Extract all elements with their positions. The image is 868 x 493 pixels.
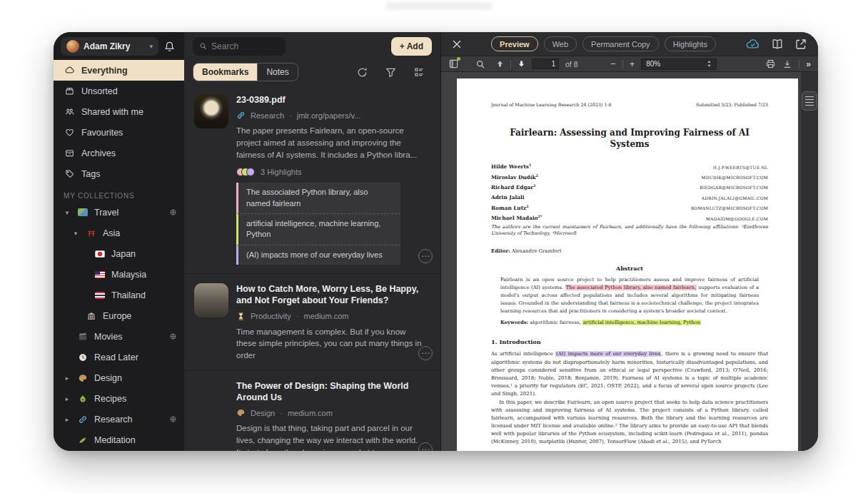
- zoom-in-icon[interactable]: +: [630, 59, 635, 68]
- editor-line: Editor: Alexandre Gramfort: [491, 248, 768, 254]
- account-menu[interactable]: Adam Zikry ▾: [61, 37, 158, 56]
- sync-check-icon[interactable]: [356, 66, 368, 78]
- archive-icon: [64, 148, 76, 158]
- sidebar-item-unsorted[interactable]: Unsorted: [54, 81, 184, 101]
- more-options-button[interactable]: [418, 346, 433, 360]
- sidebar-item-shared-with-me[interactable]: Shared with me: [54, 101, 184, 122]
- collection-europe[interactable]: Europe: [54, 305, 184, 326]
- page-number-input[interactable]: [532, 59, 559, 69]
- bookmark-domain[interactable]: jmlr.org/papers/v...: [297, 111, 361, 120]
- sidebar-item-label: Tags: [81, 169, 100, 179]
- page-total-label: of 8: [565, 60, 578, 68]
- web-tab[interactable]: Web: [544, 36, 577, 51]
- disclosure-triangle[interactable]: ▸: [64, 416, 71, 423]
- highlights-tab[interactable]: Highlights: [665, 36, 716, 51]
- pdf-viewer[interactable]: Journal of Machine Learning Research 24 …: [441, 72, 818, 451]
- sidebar-item-everything[interactable]: Everything: [54, 60, 184, 81]
- highlight-quote[interactable]: The associated Python library, also name…: [236, 183, 400, 213]
- sidebar-item-tags[interactable]: Tags: [54, 163, 184, 184]
- bookmark-card[interactable]: 23-0389.pdf Research jmlr.org/papers/v..…: [184, 85, 440, 274]
- paper-title: Fairlearn: Assessing and Improving Fairn…: [491, 128, 768, 150]
- zoom-select[interactable]: 80%: [641, 59, 717, 70]
- filter-funnel-icon[interactable]: [385, 66, 397, 78]
- toolbar-overflow-icon[interactable]: »: [806, 59, 811, 69]
- collection-asia[interactable]: ▾ Asia: [54, 223, 184, 243]
- add-button[interactable]: + Add: [391, 37, 432, 56]
- collection-travel[interactable]: ▾ Travel: [54, 202, 184, 223]
- user-name: Adam Zikry: [84, 41, 145, 51]
- purple-highlight[interactable]: (AI) impacts more of our everyday lives: [555, 351, 661, 357]
- clapperboard-icon: [76, 332, 89, 342]
- highlights-rail-toggle[interactable]: [802, 91, 817, 111]
- sidebar-item-favourites[interactable]: Favourites: [54, 122, 184, 143]
- flag-malaysia-icon: [94, 271, 106, 278]
- palette-icon: [76, 373, 89, 383]
- collection-research[interactable]: ▸ Research: [54, 409, 184, 430]
- author-block: Hilde Weerts1H.J.P.WEERTS@TUE.NL Mirosla…: [491, 161, 768, 223]
- close-icon[interactable]: [452, 39, 462, 49]
- bookmark-card[interactable]: How to Catch More, Worry Less, Be Happy,…: [184, 274, 440, 371]
- disclosure-triangle[interactable]: ▾: [64, 209, 71, 216]
- cloud-check-icon[interactable]: [745, 38, 760, 50]
- zoom-out-icon[interactable]: −: [610, 59, 616, 68]
- tab-notes[interactable]: Notes: [257, 63, 297, 81]
- collection-recipes[interactable]: ▸ Recipes: [54, 388, 184, 409]
- background-artifact: [385, 2, 493, 10]
- collection-design[interactable]: ▸ Design: [54, 367, 184, 388]
- bookmark-domain[interactable]: medium.com: [304, 312, 349, 320]
- bookmark-card[interactable]: The Power of Design: Shaping the World A…: [184, 371, 440, 451]
- search-box[interactable]: [193, 37, 286, 56]
- more-options-button[interactable]: [418, 249, 433, 263]
- public-globe-icon: [169, 332, 177, 340]
- collection-meditation[interactable]: Meditation: [54, 430, 184, 450]
- avatar: [66, 40, 79, 53]
- heart-icon: [64, 127, 76, 138]
- bookmark-collection[interactable]: Design: [251, 409, 275, 417]
- open-external-icon[interactable]: [794, 38, 807, 51]
- collection-japan[interactable]: Japan: [54, 243, 184, 264]
- flag-japan-icon: [94, 250, 106, 258]
- download-icon[interactable]: [782, 59, 792, 69]
- green-highlight[interactable]: artificial intelligence, machine learnin…: [582, 320, 701, 325]
- more-options-button[interactable]: [418, 442, 433, 451]
- bookmark-title: How to Catch More, Worry Less, Be Happy,…: [236, 283, 423, 307]
- preview-panel: Preview Web Permanent Copy Highlights: [441, 32, 818, 451]
- preview-tab[interactable]: Preview: [491, 36, 538, 51]
- bookmark-list: 23-0389.pdf Research jmlr.org/papers/v..…: [184, 85, 440, 451]
- print-icon[interactable]: [765, 59, 776, 69]
- disclosure-triangle[interactable]: ▸: [64, 395, 71, 402]
- collection-movies[interactable]: Movies: [54, 326, 184, 347]
- highlight-quotes: The associated Python library, also name…: [236, 183, 400, 265]
- highlight-quote[interactable]: artificial intelligence, machine learnin…: [236, 213, 400, 245]
- collection-label: Travel: [94, 208, 118, 218]
- collection-label: Thailand: [111, 290, 146, 300]
- torii-icon: [85, 228, 97, 238]
- bookmark-excerpt: The paper presents Fairlearn, an open-so…: [236, 125, 423, 161]
- collections-section-label: MY COLLECTIONS: [54, 184, 184, 202]
- highlights-count[interactable]: 3 Highlights: [236, 168, 423, 176]
- collection-read-later[interactable]: Read Later: [54, 347, 184, 367]
- bookmark-domain[interactable]: medium.com: [288, 409, 333, 417]
- public-globe-icon: [169, 415, 177, 423]
- collection-malaysia[interactable]: Malaysia: [54, 264, 184, 285]
- tag-icon: [64, 168, 76, 179]
- highlight-quote[interactable]: (AI) impacts more of our everyday lives: [236, 245, 400, 265]
- page-down-icon[interactable]: [518, 60, 525, 68]
- collection-thailand[interactable]: Thailand: [54, 285, 184, 305]
- disclosure-triangle[interactable]: ▾: [72, 230, 79, 237]
- bookmark-collection[interactable]: Research: [251, 111, 284, 120]
- intro-paragraph-1: As artificial intelligence (AI) impacts …: [491, 350, 768, 398]
- disclosure-triangle[interactable]: ▸: [64, 375, 71, 382]
- search-input[interactable]: [211, 41, 279, 51]
- find-in-document-icon[interactable]: [475, 59, 485, 69]
- sidebar-toggle-icon[interactable]: [448, 59, 459, 69]
- sort-view-icon[interactable]: [413, 66, 425, 78]
- permanent-copy-tab[interactable]: Permanent Copy: [582, 36, 659, 51]
- tab-bookmarks[interactable]: Bookmarks: [193, 63, 257, 81]
- reader-book-icon[interactable]: [771, 38, 784, 51]
- page-up-icon[interactable]: [496, 60, 504, 68]
- sidebar-item-archives[interactable]: Archives: [54, 143, 184, 163]
- bookmark-collection[interactable]: Productivity: [251, 312, 291, 320]
- pink-highlight[interactable]: The associated Python library, also name…: [565, 285, 697, 290]
- notifications-bell-icon[interactable]: [163, 41, 176, 53]
